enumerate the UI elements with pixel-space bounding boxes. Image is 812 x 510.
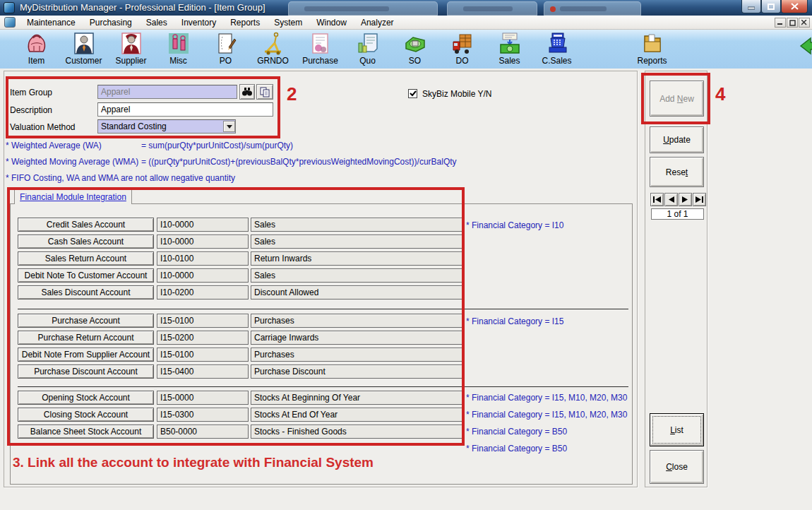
mdi-close-button[interactable]	[799, 18, 810, 28]
account-code-field[interactable]: I15-0300	[157, 408, 249, 422]
skybiz-mobile-checkbox[interactable]	[408, 89, 417, 98]
menu-maintenance[interactable]: Maintenance	[20, 16, 83, 30]
account-code-field[interactable]: I10-0000	[157, 218, 249, 232]
wma-note-term: * Weighted Moving Average (WMA)	[6, 157, 138, 167]
minimize-button[interactable]	[741, 0, 761, 13]
toolbar-misc[interactable]: Misc	[155, 32, 202, 66]
reports-folder-icon	[640, 32, 664, 56]
toolbar-supplier[interactable]: Supplier	[107, 32, 155, 66]
toolbar-purchase[interactable]: Purchase	[297, 32, 344, 66]
mdi-minimize-button[interactable]	[775, 18, 786, 28]
financial-category-note: * Financial Category = B50	[466, 427, 567, 437]
first-record-button[interactable]	[650, 193, 664, 206]
account-label-button[interactable]: Balance Sheet Stock Account	[18, 425, 154, 439]
customer-icon	[72, 32, 96, 56]
menu-system[interactable]: System	[267, 16, 309, 30]
account-desc-field: Sales	[251, 268, 462, 283]
list-button[interactable]: List	[650, 413, 704, 446]
toolbar-csales[interactable]: C.Sales	[533, 32, 580, 66]
account-label-button[interactable]: Cash Sales Account	[18, 235, 154, 249]
account-desc-field: Stocks At Beginning Of Year	[251, 391, 462, 405]
chevron-down-icon	[227, 125, 232, 131]
menu-sales[interactable]: Sales	[139, 16, 174, 30]
next-record-button[interactable]	[679, 193, 692, 206]
account-code-field[interactable]: I15-0100	[157, 314, 249, 328]
app-window: MyDistribution Manager - Professional Ed…	[0, 0, 812, 510]
skybiz-mobile-label: SkyBiz Mobile Y/N	[422, 89, 491, 99]
account-label-button[interactable]: Purchase Discount Account	[18, 364, 154, 379]
exit-arrow-icon	[799, 35, 812, 59]
financial-category-note: * Financial Category = I15	[466, 316, 563, 326]
window-title: MyDistribution Manager - Professional Ed…	[20, 2, 265, 13]
group-separator	[18, 386, 628, 387]
account-label-button[interactable]: Debit Note To Customer Account	[18, 268, 154, 283]
last-record-button[interactable]	[693, 193, 706, 206]
toolbar-so[interactable]: SO	[391, 32, 438, 66]
account-code-field[interactable]: I15-0000	[157, 391, 249, 405]
background-browser-tab	[544, 1, 641, 16]
sales-order-icon	[403, 32, 427, 56]
toolbar-po[interactable]: PO	[202, 32, 249, 66]
account-code-field[interactable]: I10-0100	[157, 251, 249, 266]
account-label-button[interactable]: Sales Return Account	[18, 251, 154, 266]
account-desc-field: Stocks - Finished Goods	[251, 425, 462, 439]
cash-register-icon	[545, 32, 569, 56]
restore-button[interactable]	[761, 0, 781, 13]
toolbar-customer[interactable]: Customer	[60, 32, 107, 66]
wa-note-formula: = sum(purQty*purUnitCost)/sum(purQty)	[141, 141, 293, 150]
account-label-button[interactable]: Debit Note From Supplier Account	[18, 348, 154, 362]
menu-window[interactable]: Window	[309, 16, 354, 30]
toolbar-sales[interactable]: Sales	[486, 32, 533, 66]
account-row: Sales Discount Account I10-0200 Discount…	[0, 285, 812, 300]
account-label-button[interactable]: Purchase Account	[18, 314, 154, 328]
tab-financial-module-integration[interactable]: Financial Module Integration	[14, 189, 132, 204]
cash-sale-icon	[498, 32, 522, 56]
earrings-icon	[167, 32, 191, 56]
mdi-child-icon	[4, 17, 16, 28]
valuation-method-select[interactable]: Standard Costing	[97, 119, 236, 134]
copy-button[interactable]	[256, 84, 273, 100]
close-button[interactable]: Close	[650, 450, 704, 484]
toolbar-do[interactable]: DO	[438, 32, 486, 66]
account-row: Opening Stock Account I15-0000 Stocks At…	[0, 391, 812, 405]
account-label-button[interactable]: Purchase Return Account	[18, 331, 154, 345]
account-code-field[interactable]: I10-0000	[157, 235, 249, 249]
account-desc-field: Sales	[251, 218, 462, 232]
menu-purchasing[interactable]: Purchasing	[83, 16, 139, 30]
account-code-field[interactable]: I10-0000	[157, 268, 249, 283]
wma-note-formula: = ((purQty*purUnitCost)+(previousBalQty*…	[141, 157, 457, 167]
find-button[interactable]	[239, 84, 255, 100]
account-code-field[interactable]: I15-0400	[157, 364, 249, 379]
toolbar-quo[interactable]: Quo	[344, 32, 391, 66]
account-label-button[interactable]: Credit Sales Account	[18, 218, 154, 232]
valuation-dropdown-button[interactable]	[223, 121, 235, 132]
delivery-truck-icon	[450, 32, 474, 56]
account-code-field[interactable]: B50-0000	[157, 425, 249, 439]
app-icon	[4, 2, 15, 13]
description-input[interactable]: Apparel	[97, 102, 273, 117]
mdi-restore-button[interactable]	[787, 18, 798, 28]
toolbar-grndo[interactable]: GRNDO	[249, 32, 297, 66]
account-code-field[interactable]: I15-0200	[157, 331, 249, 345]
account-label-button[interactable]: Sales Discount Account	[18, 285, 154, 300]
toolbar-item[interactable]: Item	[13, 32, 60, 66]
account-label-button[interactable]: Closing Stock Account	[18, 408, 154, 422]
item-group-input[interactable]: Apparel	[97, 85, 237, 99]
close-window-button[interactable]	[781, 0, 808, 13]
account-label-button[interactable]: Opening Stock Account	[18, 391, 154, 405]
update-button[interactable]: Update	[650, 126, 704, 153]
menu-reports[interactable]: Reports	[223, 16, 267, 30]
checkmark-icon	[410, 90, 417, 97]
menu-analyzer[interactable]: Analyzer	[354, 16, 401, 30]
previous-record-button[interactable]	[664, 193, 678, 206]
next-record-icon	[682, 196, 688, 203]
financial-category-note: * Financial Category = I10	[466, 220, 563, 230]
fifo-note: * FIFO Costing, WA and WMA are not allow…	[6, 173, 235, 183]
account-code-field[interactable]: I15-0100	[157, 348, 249, 362]
reset-button[interactable]: Reset	[650, 157, 704, 187]
account-code-field[interactable]: I10-0200	[157, 285, 249, 300]
menu-inventory[interactable]: Inventory	[174, 16, 223, 30]
toolbar-reports[interactable]: Reports	[628, 32, 676, 66]
first-record-icon	[653, 196, 661, 203]
add-new-button[interactable]: Add New	[650, 81, 704, 117]
